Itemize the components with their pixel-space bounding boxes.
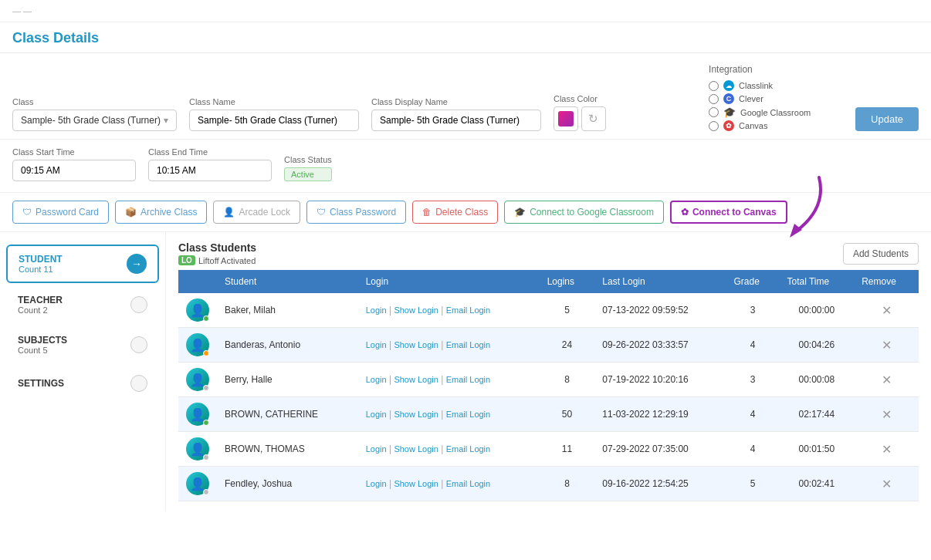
student-name-cell: BROWN, THOMAS [217,432,358,467]
class-start-time-input[interactable] [12,160,136,181]
email-login-link[interactable]: Email Login [446,375,490,384]
email-login-link[interactable]: Email Login [446,410,490,419]
total-time-cell: 00:00:00 [780,293,855,328]
integration-canvas-radio[interactable] [709,121,719,131]
class-label: Class [12,97,177,106]
login-link[interactable]: Login [366,479,387,488]
connect-canvas-button[interactable]: ✿ Connect to Canvas [670,201,787,224]
page-title: Class Details [12,30,99,46]
show-login-link[interactable]: Show Login [394,410,438,419]
last-login-cell: 07-19-2022 10:20:16 [594,363,726,397]
connect-google-button[interactable]: 🎓 Connect to Google Classroom [504,201,664,224]
email-login-link[interactable]: Email Login [446,479,490,488]
subjects-toggle[interactable] [130,336,147,353]
color-refresh-btn[interactable]: ↻ [581,106,606,131]
email-login-link[interactable]: Email Login [446,444,490,454]
integration-google-radio[interactable] [709,107,719,117]
logins-cell: 8 [540,363,595,397]
class-select-value: Sample- 5th Grade Class (Turner) [21,115,161,126]
sidebar-item-teacher[interactable]: TEACHER Count 2 [6,286,159,323]
sidebar-item-settings[interactable]: SETTINGS [6,366,159,400]
class-display-name-group: Class Display Name [371,97,541,131]
show-login-link[interactable]: Show Login [394,375,438,384]
remove-cell: ✕ [854,397,919,432]
table-row: 👤 Baker, Milah Login | Show Login | Emai… [178,293,919,328]
email-login-link[interactable]: Email Login [446,340,490,349]
login-links-cell: Login | Show Login | Email Login [358,397,540,432]
google-icon: 🎓 [723,106,736,118]
subjects-title: SUBJECTS [18,335,67,346]
remove-button[interactable]: ✕ [882,304,892,317]
sidebar-item-subjects[interactable]: SUBJECTS Count 5 [6,326,159,363]
arcade-lock-button[interactable]: 👤 Arcade Lock [213,201,300,224]
grade-cell: 4 [726,432,779,467]
show-login-link[interactable]: Show Login [394,305,438,315]
login-link[interactable]: Login [366,410,387,419]
login-link[interactable]: Login [366,375,387,384]
remove-button[interactable]: ✕ [882,373,892,386]
login-links: Login | Show Login | Email Login [366,374,491,385]
remove-button[interactable]: ✕ [882,339,892,352]
integration-update-group: Integration ☁ Classlink C Clever 🎓 Googl… [709,64,919,131]
canvas-connect-icon: ✿ [681,207,689,218]
table-row: 👤 Fendley, Joshua Login | Show Login | E… [178,467,919,501]
archive-class-button[interactable]: 📦 Archive Class [115,201,207,224]
class-name-input[interactable] [189,110,359,131]
login-links: Login | Show Login | Email Login [366,478,491,489]
class-select[interactable]: Sample- 5th Grade Class (Turner) ▾ [12,110,177,131]
student-name-cell: Banderas, Antonio [217,328,358,363]
login-link[interactable]: Login [366,305,387,315]
avatar-cell: 👤 [178,293,217,328]
col-student [178,270,217,293]
remove-button[interactable]: ✕ [882,408,892,421]
last-login-cell: 11-03-2022 12:29:19 [594,397,726,432]
status-dot [203,350,209,356]
update-button[interactable]: Update [855,107,919,131]
key-icon: 🛡 [317,207,326,218]
class-color-group: Class Color ↻ [554,94,606,131]
avatar-cell: 👤 [178,397,217,432]
color-swatch-btn[interactable] [554,106,578,131]
show-login-link[interactable]: Show Login [394,340,438,349]
login-link[interactable]: Login [366,444,387,454]
password-card-button[interactable]: 🛡 Password Card [12,201,109,224]
integration-classlink-label: Classlink [739,81,773,90]
class-name-group: Class Name [189,97,359,131]
top-form: Class Sample- 5th Grade Class (Turner) ▾… [0,53,931,140]
class-end-time-input[interactable] [148,160,272,181]
login-links: Login | Show Login | Email Login [366,339,491,350]
logins-cell: 24 [540,328,595,363]
integration-classlink-radio[interactable] [709,81,719,91]
status-dot [203,385,209,391]
integration-clever-radio[interactable] [709,94,719,104]
student-arrow-btn[interactable]: → [127,254,147,274]
student-name-cell: Fendley, Joshua [217,467,358,501]
delete-class-button[interactable]: 🗑 Delete Class [412,201,498,224]
shield-icon: 🛡 [22,207,32,218]
login-links-cell: Login | Show Login | Email Login [358,328,540,363]
class-display-name-input[interactable] [371,110,541,131]
class-password-button[interactable]: 🛡 Class Password [306,201,406,224]
login-links-cell: Login | Show Login | Email Login [358,293,540,328]
settings-toggle[interactable] [130,375,147,392]
avatar-cell: 👤 [178,328,217,363]
teacher-toggle[interactable] [130,296,147,313]
settings-info: SETTINGS [18,378,64,389]
show-login-link[interactable]: Show Login [394,444,438,454]
login-links-cell: Login | Show Login | Email Login [358,467,540,501]
main-content: STUDENT Count 11 → TEACHER Count 2 SUBJE… [0,232,931,511]
liftoff-label: Liftoff Activated [198,256,256,265]
login-link[interactable]: Login [366,340,387,349]
avatar: 👤 [186,472,209,495]
add-students-button[interactable]: Add Students [843,243,919,265]
avatar: 👤 [186,333,209,356]
remove-button[interactable]: ✕ [882,443,892,456]
logins-cell: 50 [540,397,595,432]
color-buttons: ↻ [554,106,606,131]
remove-cell: ✕ [854,328,919,363]
sidebar-item-student[interactable]: STUDENT Count 11 → [6,245,159,283]
remove-button[interactable]: ✕ [882,477,892,491]
show-login-link[interactable]: Show Login [394,479,438,488]
email-login-link[interactable]: Email Login [446,305,490,315]
col-student-name: Student [217,270,358,293]
